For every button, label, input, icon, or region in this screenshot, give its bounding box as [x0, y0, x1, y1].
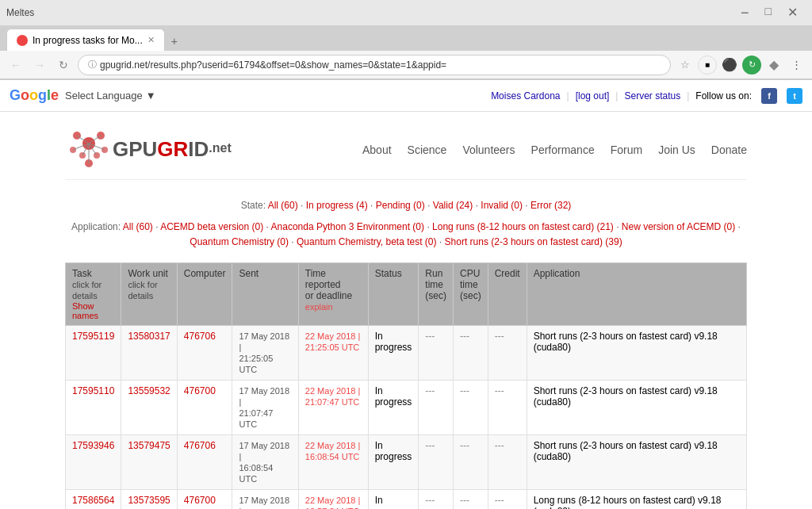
address-bar: ← → ↻ ⓘ gpugrid.net/results.php?userid=6… [0, 51, 812, 79]
lock-icon: ⓘ [88, 59, 97, 71]
select-language-arrow[interactable]: ▼ [146, 90, 156, 101]
th-workunit: Work unitclick fordetails [121, 262, 177, 325]
google-logo: Google [10, 87, 59, 104]
tab-favicon [17, 35, 28, 46]
user-name-link[interactable]: Moises Cardona [491, 90, 560, 101]
state-invalid[interactable]: Invalid (0) [481, 200, 523, 211]
task-id-3[interactable]: 17593946 [72, 440, 114, 451]
state-pending[interactable]: Pending (0) [376, 200, 425, 211]
workunit-id-2[interactable]: 13559532 [128, 385, 170, 396]
select-language-label: Select Language [65, 90, 143, 101]
main-nav: About Science Volunteers Performance For… [362, 144, 747, 156]
state-all[interactable]: All (60) [268, 200, 298, 211]
window-controls[interactable]: − □ ✕ [733, 5, 806, 21]
app-filter-line: Application: All (60) · ACEMD beta versi… [65, 220, 747, 250]
separator1: | [567, 90, 569, 101]
site-logo: GPUGRID.net [65, 128, 232, 171]
app-quantum[interactable]: Quantum Chemistry (0) [190, 236, 289, 247]
app-quantum-beta[interactable]: Quantum Chemistry, beta test (0) [297, 236, 437, 247]
minimize-btn[interactable]: − [733, 5, 757, 21]
browser-chrome: Meltes − □ ✕ In progress tasks for Mo...… [0, 0, 812, 80]
site-wrapper: GPUGRID.net About Science Volunteers Per… [49, 112, 763, 509]
site-nav: GPUGRID.net About Science Volunteers Per… [65, 120, 747, 180]
table-row: 17595110 13559532 476700 17 May 2018 |21… [66, 380, 747, 434]
title-bar: Meltes − □ ✕ [0, 0, 812, 25]
google-bar-right: Moises Cardona | [log out] | Server stat… [491, 88, 802, 104]
task-id-4[interactable]: 17586564 [72, 495, 114, 506]
workunit-id-4[interactable]: 13573595 [128, 495, 170, 506]
main-content: State: All (60) · In progress (4) · Pend… [65, 180, 747, 509]
logo-molecule [65, 128, 113, 171]
computer-id-2[interactable]: 476700 [184, 385, 216, 396]
menu-btn[interactable]: ⋮ [787, 55, 806, 75]
th-cpu-time: CPUtime(sec) [453, 262, 488, 325]
nav-science[interactable]: Science [408, 144, 447, 156]
nav-performance[interactable]: Performance [531, 144, 595, 156]
app-prefix: Application: [71, 221, 123, 232]
server-status-link[interactable]: Server status [624, 90, 680, 101]
app-all[interactable]: All (60) [123, 221, 153, 232]
task-id-1[interactable]: 17595119 [72, 331, 114, 342]
computer-id-3[interactable]: 476706 [184, 440, 216, 451]
close-btn[interactable]: ✕ [779, 5, 806, 21]
th-task: Task click fordetails Shownames [66, 262, 121, 325]
active-tab[interactable]: In progress tasks for Mo... ✕ [6, 29, 165, 51]
th-application: Application [527, 262, 746, 325]
th-status: Status [368, 262, 419, 325]
back-btn[interactable]: ← [6, 55, 25, 75]
workunit-id-3[interactable]: 13579475 [128, 440, 170, 451]
reload-btn[interactable]: ↻ [54, 55, 73, 75]
table-row: 17595119 13580317 476706 17 May 2018 |21… [66, 325, 747, 380]
table-row: 17593946 13579475 476706 17 May 2018 |16… [66, 434, 747, 489]
url-bar[interactable]: ⓘ gpugrid.net/results.php?userid=61794&o… [78, 55, 671, 75]
follow-us-label: Follow us on: [695, 90, 752, 101]
url-text: gpugrid.net/results.php?userid=61794&off… [100, 59, 446, 71]
state-filter-line: State: All (60) · In progress (4) · Pend… [65, 198, 747, 213]
explain-link[interactable]: explain [305, 302, 333, 312]
app-long-runs[interactable]: Long runs (8-12 hours on fastest card) (… [432, 221, 614, 232]
title-bar-left: Meltes [6, 7, 34, 18]
nav-volunteers[interactable]: Volunteers [462, 144, 515, 156]
th-computer: Computer [177, 262, 232, 325]
new-tab-btn[interactable]: + [165, 32, 184, 51]
state-error[interactable]: Error (32) [530, 200, 571, 211]
task-table: Task click fordetails Shownames Work uni… [65, 262, 747, 509]
task-id-2[interactable]: 17595110 [72, 385, 114, 396]
extension-btn4[interactable]: ◆ [764, 55, 783, 75]
maximize-btn[interactable]: □ [757, 5, 779, 21]
twitter-icon[interactable]: t [787, 88, 802, 104]
computer-id-4[interactable]: 476700 [184, 495, 216, 506]
th-time-reported: Time reportedor deadlineexplain [298, 262, 368, 325]
nav-about[interactable]: About [362, 144, 392, 156]
forward-btn[interactable]: → [30, 55, 49, 75]
logo-text-block: GPUGRID.net [113, 137, 232, 162]
app-anaconda[interactable]: Anaconda Python 3 Environment (0) [271, 221, 424, 232]
workunit-id-1[interactable]: 13580317 [128, 331, 170, 342]
nav-donate[interactable]: Donate [711, 144, 747, 156]
state-in-progress[interactable]: In progress (4) [306, 200, 368, 211]
tab-close-btn[interactable]: ✕ [147, 35, 155, 45]
facebook-icon[interactable]: f [761, 88, 777, 104]
logo-grid: GR [157, 137, 188, 161]
logout-link[interactable]: [log out] [576, 90, 610, 101]
app-short-runs[interactable]: Short runs (2-3 hours on fastest card) (… [445, 236, 622, 247]
select-language[interactable]: Select Language ▼ [65, 90, 155, 101]
nav-forum[interactable]: Forum [611, 144, 642, 156]
toolbar-icons: ☆ ■ ⚫ ↻ ◆ ⋮ [676, 55, 806, 75]
th-sent: Sent [232, 262, 298, 325]
th-credit: Credit [488, 262, 527, 325]
bookmark-btn[interactable]: ☆ [676, 55, 695, 75]
table-row: 17586564 13573595 476700 17 May 2018 |10… [66, 489, 747, 509]
extension-btn2[interactable]: ⚫ [720, 55, 739, 75]
app-acemd[interactable]: ACEMD beta version (0) [160, 221, 263, 232]
extension-btn1[interactable]: ■ [698, 55, 717, 75]
separator3: | [687, 90, 689, 101]
computer-id-1[interactable]: 476706 [184, 331, 216, 342]
extension-btn3[interactable]: ↻ [742, 55, 761, 75]
browser-title: Meltes [6, 7, 34, 18]
nav-join-us[interactable]: Join Us [658, 144, 695, 156]
state-valid[interactable]: Valid (24) [433, 200, 473, 211]
app-new-acemd[interactable]: New version of ACEMD (0) [622, 221, 735, 232]
state-prefix: State: [241, 200, 268, 211]
show-names-link[interactable]: Shownames [72, 301, 114, 320]
